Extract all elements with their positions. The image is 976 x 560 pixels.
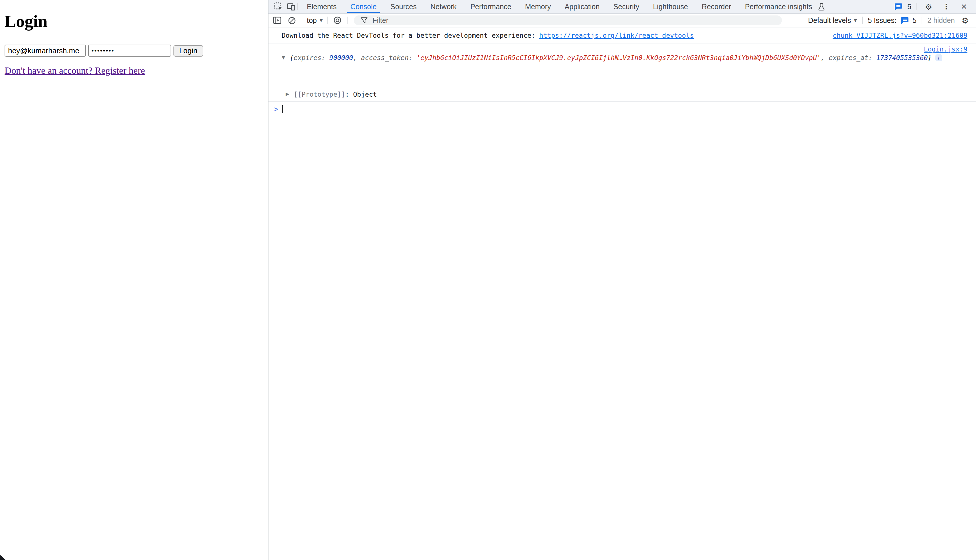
hidden-messages-label: 2 hidden (928, 16, 955, 24)
divider (297, 3, 297, 10)
collapse-arrow-icon[interactable]: ▶ (286, 90, 294, 99)
register-link[interactable]: Don't have an account? Register here (5, 65, 145, 77)
react-devtools-link[interactable]: https://reactjs.org/link/react-devtools (539, 31, 694, 39)
devtools-panel: Elements Console Sources Network Perform… (268, 0, 976, 560)
console-sidebar-toggle-icon[interactable] (272, 15, 282, 25)
object-preview-line: ▼{expires: 900000, access_token: 'eyJhbG… (282, 53, 976, 62)
source-link-chunk[interactable]: chunk-VIJJTZRL.js?v=960bd321:21609 (832, 31, 968, 39)
log-levels-selector[interactable]: Default levels ▼ (808, 16, 857, 24)
filter-input[interactable] (373, 16, 777, 24)
tab-elements[interactable]: Elements (300, 0, 343, 13)
login-button[interactable]: Login (174, 45, 203, 56)
source-link-login-jsx[interactable]: Login.jsx:9 (924, 45, 968, 53)
chevron-down-icon: ▼ (320, 18, 323, 23)
expand-arrow-icon[interactable]: ▼ (282, 53, 290, 62)
object-prototype-row: ▶[[Prototype]]: Object (282, 90, 976, 99)
console-messages: Download the React DevTools for a better… (269, 27, 976, 560)
login-form: Login (5, 45, 203, 57)
screen: Login Login Don't have an account? Regis… (0, 0, 976, 560)
issues-bubble-icon (892, 0, 904, 13)
console-toolbar: top ▼ Default l (269, 14, 976, 27)
object-property-expires: expires: 900000 (282, 72, 976, 81)
issues-bubble-icon (899, 15, 909, 25)
divider (348, 17, 348, 24)
console-settings-gear-icon[interactable]: ⚙ (960, 15, 970, 25)
email-field[interactable] (5, 45, 86, 57)
password-field[interactable] (88, 45, 171, 57)
console-filter[interactable] (354, 15, 782, 25)
tab-lighthouse[interactable]: Lighthouse (646, 0, 695, 13)
active-tab-underline (347, 12, 380, 13)
settings-gear-icon[interactable]: ⚙ (922, 0, 935, 13)
info-icon[interactable]: i (935, 54, 942, 61)
live-expression-eye-icon[interactable] (333, 15, 343, 25)
page-title: Login (5, 12, 47, 31)
divider (862, 17, 862, 24)
text-cursor (282, 105, 283, 113)
login-page: Login Login Don't have an account? Regis… (0, 0, 268, 560)
clear-console-icon[interactable] (287, 15, 297, 25)
tab-performance-insights[interactable]: Performance insights (738, 0, 835, 13)
filter-funnel-icon (359, 15, 369, 25)
toolbar-right-controls: Default levels ▼ 5 Issues: 5 (808, 15, 970, 25)
tab-recorder[interactable]: Recorder (695, 0, 738, 13)
devtools-tabbar: Elements Console Sources Network Perform… (269, 0, 976, 14)
devtools-tabs: Elements Console Sources Network Perform… (300, 0, 834, 13)
divider (916, 3, 917, 10)
context-selector[interactable]: top ▼ (307, 16, 323, 24)
console-message-logged-object: Login.jsx:9 ▼{expires: 900000, access_to… (269, 43, 976, 102)
chevron-down-icon: ▼ (854, 18, 857, 23)
device-toolbar-icon[interactable] (284, 0, 297, 13)
console-prompt[interactable]: > (269, 102, 976, 117)
prompt-chevron-icon: > (274, 105, 278, 113)
tab-network[interactable]: Network (424, 0, 464, 13)
tab-memory[interactable]: Memory (518, 0, 558, 13)
corner-overlay-wedge (0, 555, 6, 560)
issues-summary-button[interactable]: 5 Issues: 5 (868, 15, 916, 25)
object-property-access-token: access_token: "eyJhbGciOiJIUzI1NiIsInR5c… (282, 62, 976, 72)
tabbar-right-controls: 5 ⚙ ⋮ × (892, 0, 976, 13)
react-devtools-message-text: Download the React DevTools for a better… (282, 31, 539, 39)
object-property-expires-at: expires_at: 1737405535360 (282, 81, 976, 90)
tab-console[interactable]: Console (343, 0, 384, 13)
close-devtools-icon[interactable]: × (958, 0, 970, 13)
issues-counter-button[interactable]: 5 (892, 0, 911, 13)
tab-application[interactable]: Application (558, 0, 607, 13)
divider (302, 17, 302, 24)
console-message-react-devtools: Download the React DevTools for a better… (269, 27, 976, 43)
tab-security[interactable]: Security (607, 0, 646, 13)
divider (328, 17, 328, 24)
tab-sources[interactable]: Sources (384, 0, 424, 13)
inspect-element-icon[interactable] (272, 0, 284, 13)
flask-icon (815, 0, 827, 13)
kebab-menu-icon[interactable]: ⋮ (940, 0, 953, 13)
divider (922, 17, 922, 24)
tab-performance[interactable]: Performance (463, 0, 518, 13)
